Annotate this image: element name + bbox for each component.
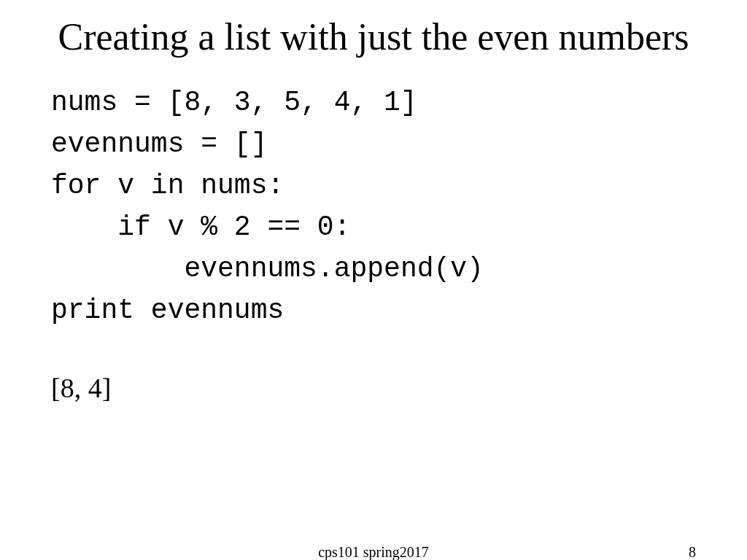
code-line: print evennums bbox=[51, 289, 696, 331]
footer-page-number: 8 bbox=[689, 544, 696, 560]
slide-container: Creating a list with just the even numbe… bbox=[0, 0, 747, 560]
slide-title: Creating a list with just the even numbe… bbox=[51, 15, 696, 60]
footer-course-label: cps101 spring2017 bbox=[318, 544, 429, 560]
code-line: evennums.append(v) bbox=[51, 248, 696, 289]
code-line: for v in nums: bbox=[51, 165, 696, 206]
code-line: nums = [8, 3, 5, 4, 1] bbox=[51, 82, 696, 123]
code-block: nums = [8, 3, 5, 4, 1] evennums = [] for… bbox=[51, 82, 696, 331]
output-text: [8, 4] bbox=[51, 372, 696, 404]
code-line: if v % 2 == 0: bbox=[51, 206, 696, 248]
code-line: evennums = [] bbox=[51, 123, 696, 165]
